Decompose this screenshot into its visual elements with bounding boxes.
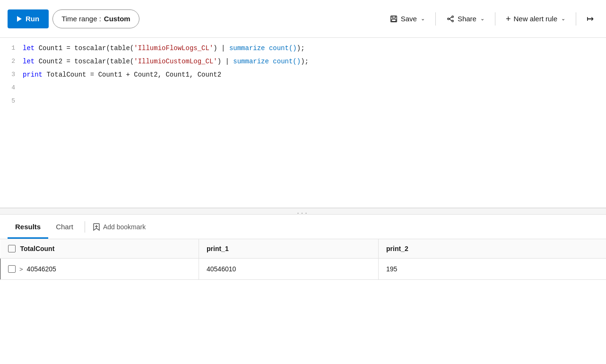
line-number-5: 5	[8, 95, 15, 108]
th-print2: print_2	[379, 239, 606, 259]
code-line-2: let Count2 = toscalar(table('IllumioCust…	[23, 55, 598, 68]
share-button[interactable]: Share ⌄	[442, 9, 489, 28]
share-label: Share	[458, 15, 476, 23]
svg-point-5	[448, 18, 450, 20]
print2-value: 195	[386, 265, 397, 273]
save-icon	[390, 15, 398, 23]
line-number-1: 1	[8, 42, 15, 55]
toolbar-divider-3	[576, 12, 576, 26]
save-label: Save	[401, 15, 417, 23]
add-bookmark-label: Add bookmark	[103, 223, 146, 231]
save-button[interactable]: Save ⌄	[385, 9, 430, 28]
row-checkbox[interactable]	[8, 265, 16, 273]
expand-chevron-icon[interactable]: >	[19, 266, 23, 273]
td-totalcount: > 40546205	[0, 259, 199, 280]
code-line-4	[23, 81, 598, 95]
code-line-3: print TotalCount = Count1 + Count2, Coun…	[23, 68, 598, 81]
svg-line-7	[449, 19, 451, 21]
tab-results[interactable]: Results	[8, 216, 48, 239]
line-number-2: 2	[8, 55, 15, 68]
line-number-3: 3	[8, 68, 15, 81]
code-line-1: let Count1 = toscalar(table('IllumioFlow…	[23, 42, 598, 55]
code-content[interactable]: let Count1 = toscalar(table('IllumioFlow…	[23, 42, 606, 108]
save-chevron-down-icon: ⌄	[421, 16, 425, 22]
print1-value: 40546010	[207, 265, 236, 273]
th-print1: print_1	[199, 239, 379, 259]
arrow-right-icon: ↦	[587, 14, 594, 24]
svg-rect-2	[391, 19, 396, 21]
results-tabs: Results Chart Add bookmark	[0, 215, 606, 239]
td-print2: 195	[379, 259, 606, 280]
svg-point-3	[452, 16, 454, 17]
svg-point-4	[452, 20, 454, 22]
code-line-5	[23, 95, 598, 108]
tab-divider	[85, 221, 85, 233]
toolbar-divider-2	[495, 12, 495, 26]
arrow-right-button[interactable]: ↦	[582, 9, 598, 28]
time-range-value: Custom	[104, 15, 130, 23]
bookmark-icon	[93, 223, 100, 231]
results-area: Results Chart Add bookmark TotalCount	[0, 215, 606, 280]
toolbar: Run Time range : Custom Save ⌄ Share ⌄ +…	[0, 0, 606, 38]
totalcount-value: 40546205	[27, 265, 56, 273]
plus-icon: +	[506, 15, 511, 23]
time-range-button[interactable]: Time range : Custom	[52, 9, 139, 28]
share-chevron-down-icon: ⌄	[480, 16, 485, 22]
line-number-4: 4	[8, 81, 15, 95]
add-bookmark-button[interactable]: Add bookmark	[89, 220, 149, 234]
new-alert-rule-button[interactable]: + New alert rule ⌄	[501, 9, 570, 28]
new-alert-chevron-down-icon: ⌄	[561, 16, 565, 22]
svg-line-6	[449, 17, 451, 18]
results-table: TotalCount print_1 print_2 > 40546205	[0, 239, 606, 280]
play-icon	[17, 16, 22, 22]
th-totalcount: TotalCount	[0, 239, 199, 259]
header-checkbox[interactable]	[8, 245, 16, 252]
td-print1: 40546010	[199, 259, 379, 280]
share-icon	[446, 15, 455, 23]
drag-handle[interactable]: ...	[0, 208, 606, 215]
table-header-row: TotalCount print_1 print_2	[0, 239, 606, 259]
toolbar-divider-1	[435, 12, 436, 26]
run-label: Run	[26, 15, 39, 23]
table-row: > 40546205 40546010 195	[0, 259, 606, 280]
time-range-prefix: Time range :	[61, 15, 101, 23]
new-alert-rule-label: New alert rule	[513, 15, 557, 23]
drag-dots: ...	[297, 207, 309, 216]
line-numbers: 1 2 3 4 5	[0, 42, 23, 108]
run-button[interactable]: Run	[8, 9, 49, 28]
svg-rect-1	[392, 16, 395, 18]
tab-chart[interactable]: Chart	[48, 216, 81, 239]
code-editor[interactable]: 1 2 3 4 5 let Count1 = toscalar(table('I…	[0, 38, 606, 208]
